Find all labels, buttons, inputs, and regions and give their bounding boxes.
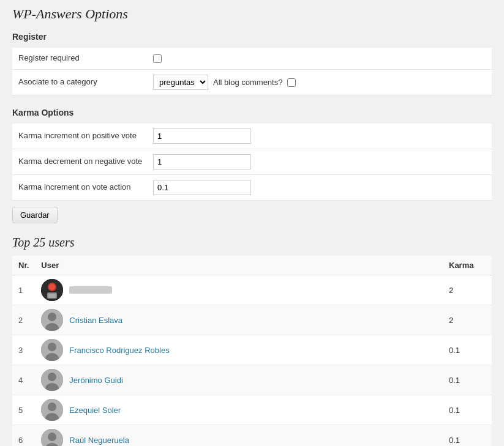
positive-vote-control	[153, 128, 251, 144]
row-karma: 0.1	[443, 395, 492, 425]
save-button[interactable]: Guardar	[12, 207, 58, 223]
associate-category-label: Asociate to a category	[18, 76, 153, 87]
row-nr: 4	[12, 365, 35, 395]
table-row: 6 Raúl Negueruela0.1	[12, 425, 492, 447]
user-link[interactable]: Francisco Rodriguez Robles	[69, 346, 169, 355]
category-select[interactable]: preguntas	[153, 75, 208, 90]
row-user	[35, 275, 443, 305]
avatar	[41, 339, 63, 361]
row-nr: 3	[12, 335, 35, 365]
svg-point-12	[48, 373, 56, 381]
vote-action-row: Karma increment on vote action	[12, 175, 492, 201]
page-title: WP-Answers Options	[12, 6, 492, 22]
negative-vote-row: Karma decrement on negative vote	[12, 149, 492, 175]
user-link[interactable]: Raúl Negueruela	[69, 436, 129, 445]
all-blog-comments-label: All blog comments?	[213, 78, 282, 87]
vote-action-label: Karma increment on vote action	[18, 182, 153, 193]
avatar	[41, 309, 63, 331]
register-required-label: Register required	[18, 53, 153, 64]
table-header-row: Nr. User Karma	[12, 256, 492, 275]
avatar	[41, 279, 63, 301]
svg-point-9	[48, 343, 56, 351]
row-karma: 0.1	[443, 335, 492, 365]
positive-vote-input[interactable]	[153, 128, 251, 144]
negative-vote-input[interactable]	[153, 154, 251, 169]
row-karma: 0.1	[443, 425, 492, 447]
row-user: Jerónimo Guidi	[35, 365, 443, 395]
svg-point-15	[48, 403, 56, 411]
col-header-nr: Nr.	[12, 256, 35, 275]
table-row: 1 2	[12, 275, 492, 305]
karma-section-title: Karma Options	[12, 108, 492, 117]
user-link[interactable]: Jerónimo Guidi	[69, 376, 122, 385]
avatar	[41, 369, 63, 391]
svg-point-6	[48, 313, 56, 321]
register-required-checkbox[interactable]	[153, 54, 162, 63]
table-row: 3 Francisco Rodriguez Robles0.1	[12, 335, 492, 365]
negative-vote-label: Karma decrement on negative vote	[18, 156, 153, 167]
user-link[interactable]: Cristian Eslava	[69, 316, 122, 325]
karma-section: Karma Options Karma increment on positiv…	[12, 108, 492, 223]
user-link[interactable]: Ezequiel Soler	[69, 406, 121, 415]
svg-point-2	[49, 284, 55, 290]
row-nr: 6	[12, 425, 35, 447]
top-users-title: Top 25 users	[12, 236, 492, 250]
associate-category-control: preguntas All blog comments?	[153, 75, 296, 90]
row-user: Raúl Negueruela	[35, 425, 443, 447]
svg-rect-4	[48, 294, 56, 298]
register-section: Register Register required Asociate to a…	[12, 32, 492, 95]
table-row: 5 Ezequiel Soler0.1	[12, 395, 492, 425]
register-section-title: Register	[12, 32, 492, 42]
row-nr: 5	[12, 395, 35, 425]
row-nr: 2	[12, 305, 35, 335]
table-row: 2 Cristian Eslava2	[12, 305, 492, 335]
row-user: Ezequiel Soler	[35, 395, 443, 425]
row-karma: 2	[443, 275, 492, 305]
table-row: 4 Jerónimo Guidi0.1	[12, 365, 492, 395]
all-blog-comments-checkbox[interactable]	[287, 78, 296, 87]
col-header-user: User	[35, 256, 443, 275]
register-required-row: Register required	[12, 48, 492, 70]
users-table: Nr. User Karma 1 22 Cristian Eslava23 Fr…	[12, 256, 492, 446]
associate-category-row: Asociate to a category preguntas All blo…	[12, 70, 492, 95]
row-karma: 0.1	[443, 365, 492, 395]
svg-point-18	[48, 433, 56, 441]
row-nr: 1	[12, 275, 35, 305]
register-required-control	[153, 54, 162, 63]
row-user: Cristian Eslava	[35, 305, 443, 335]
vote-action-input[interactable]	[153, 180, 251, 195]
avatar	[41, 399, 63, 421]
positive-vote-row: Karma increment on positive vote	[12, 124, 492, 149]
row-karma: 2	[443, 305, 492, 335]
vote-action-control	[153, 180, 251, 195]
col-header-karma: Karma	[443, 256, 492, 275]
blurred-username	[69, 286, 112, 294]
negative-vote-control	[153, 154, 251, 169]
positive-vote-label: Karma increment on positive vote	[18, 130, 153, 141]
avatar	[41, 429, 63, 446]
row-user: Francisco Rodriguez Robles	[35, 335, 443, 365]
